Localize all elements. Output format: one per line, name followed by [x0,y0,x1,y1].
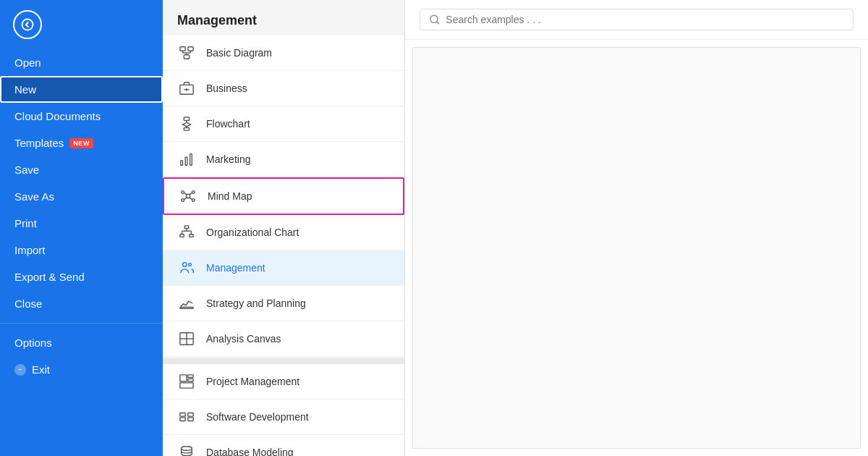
svg-point-21 [182,191,184,194]
svg-rect-48 [188,413,193,417]
svg-point-0 [22,20,33,30]
sidebar-divider [0,323,163,324]
analysis-icon [177,329,196,348]
list-item-org-chart[interactable]: Organizational Chart [163,215,404,250]
strategy-label: Strategy and Planning [206,297,306,309]
management-icon [177,258,196,277]
list-item-software-development[interactable]: Software Development [163,400,404,435]
sidebar-item-close[interactable]: Close [0,290,163,317]
svg-rect-43 [188,375,193,378]
svg-rect-29 [184,226,189,229]
marketing-label: Marketing [206,153,250,165]
svg-rect-30 [180,235,184,237]
org-chart-label: Organizational Chart [206,227,299,238]
middle-list: Basic Diagram Business [163,35,404,456]
search-box[interactable] [420,9,854,30]
sidebar-item-save[interactable]: Save [0,156,163,183]
mind-map-label: Mind Map [208,190,252,202]
search-input[interactable] [446,14,844,25]
svg-line-22 [184,193,187,195]
marketing-icon [177,150,196,169]
templates-label: Templates [14,137,64,149]
svg-rect-38 [180,308,193,309]
database-label: Database Modeling [206,447,294,456]
svg-line-67 [437,22,439,24]
svg-line-28 [190,198,192,200]
svg-rect-49 [188,418,193,421]
flowchart-label: Flowchart [206,118,250,130]
sidebar-item-save-as[interactable]: Save As [0,183,163,210]
middle-panel: Management Basic Diagram [163,0,405,456]
right-content [412,47,861,449]
svg-rect-2 [188,47,193,51]
list-section-1: Basic Diagram Business [163,35,404,357]
section-divider [163,358,404,364]
list-item-flowchart[interactable]: Flowchart [163,106,404,142]
org-chart-icon [177,223,196,242]
right-toolbar [405,0,868,40]
software-label: Software Development [206,411,309,423]
svg-point-36 [183,263,187,267]
svg-rect-44 [188,379,193,381]
svg-line-26 [184,198,187,200]
exit-label: Exit [32,363,50,376]
mind-map-icon [179,187,197,206]
business-icon [177,79,196,98]
svg-point-50 [182,447,192,451]
right-panel [405,0,868,456]
sidebar-item-templates[interactable]: Templates NEW [0,130,163,156]
svg-rect-31 [190,235,194,237]
project-label: Project Management [206,376,299,387]
list-item-strategy[interactable]: Strategy and Planning [163,286,404,321]
sidebar-item-cloud-documents[interactable]: Cloud Documents [0,103,163,130]
svg-marker-13 [183,122,191,127]
sidebar-item-options[interactable]: Options [0,329,163,356]
svg-rect-45 [180,383,193,388]
svg-rect-17 [181,161,183,165]
list-item-management[interactable]: Management [163,250,404,286]
sidebar-item-print[interactable]: Print [0,210,163,237]
sidebar-item-exit[interactable]: − Exit [0,356,163,383]
svg-point-37 [189,263,192,266]
svg-rect-3 [184,55,189,59]
svg-rect-14 [184,128,189,131]
sidebar-item-import[interactable]: Import [0,237,163,263]
sidebar-item-open[interactable]: Open [0,49,163,76]
search-icon [429,14,440,25]
strategy-icon [177,294,196,313]
list-item-marketing[interactable]: Marketing [163,142,404,177]
svg-rect-46 [180,413,185,417]
list-section-2: Project Management Software Development [163,364,404,456]
list-item-mind-map[interactable]: Mind Map [163,177,404,215]
list-item-project-management[interactable]: Project Management [163,364,404,400]
business-label: Business [206,83,247,94]
svg-rect-12 [184,117,189,121]
sidebar-item-new[interactable]: New [0,76,163,103]
sidebar-menu: Open New Cloud Documents Templates NEW S… [0,49,163,383]
list-item-basic-diagram[interactable]: Basic Diagram [163,35,404,71]
list-item-analysis[interactable]: Analysis Canvas [163,321,404,357]
svg-rect-1 [180,47,185,51]
basic-diagram-label: Basic Diagram [206,47,272,59]
svg-line-24 [190,193,192,195]
back-button[interactable] [13,10,42,39]
new-badge: NEW [69,138,93,148]
svg-point-25 [182,199,184,202]
sidebar: Open New Cloud Documents Templates NEW S… [0,0,163,456]
list-item-database-modeling[interactable]: Database Modeling [163,435,404,456]
basic-diagram-icon [177,43,196,62]
database-icon [177,443,196,456]
project-icon [177,372,196,391]
svg-rect-18 [185,157,187,165]
svg-point-23 [192,191,195,194]
list-item-business[interactable]: Business [163,71,404,106]
middle-header: Management [163,0,404,35]
svg-rect-42 [180,375,187,381]
svg-rect-47 [180,418,185,421]
svg-rect-19 [190,154,192,166]
analysis-label: Analysis Canvas [206,333,281,345]
svg-point-27 [192,199,195,202]
management-label: Management [206,262,265,274]
software-icon [177,408,196,426]
sidebar-item-export-send[interactable]: Export & Send [0,263,163,290]
